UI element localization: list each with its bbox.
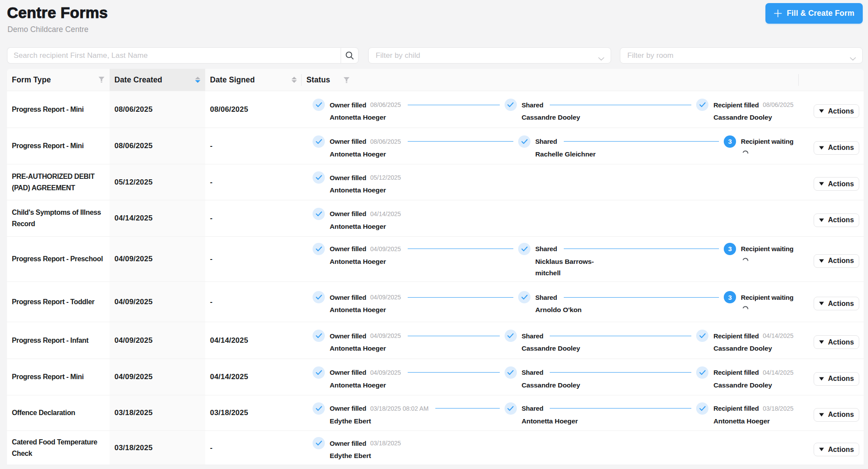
status-step-label: Recipient filled bbox=[713, 101, 759, 109]
cell-date-created: 04/14/2025 bbox=[110, 200, 205, 236]
actions-button[interactable]: Actions bbox=[814, 408, 859, 422]
actions-button[interactable]: Actions bbox=[814, 335, 859, 349]
status-step-texts: SharedNicklaus Barrows-mitchell bbox=[535, 243, 724, 279]
table-row: Progress Report - Mini 04/09/2025 04/14/… bbox=[7, 359, 864, 395]
table-row: Catered Food Temperature Check 03/18/202… bbox=[7, 431, 864, 465]
filter-by-child-placeholder: Filter by child bbox=[376, 51, 420, 60]
cell-date-signed: - bbox=[205, 128, 302, 164]
column-header-date-signed[interactable]: Date Signed bbox=[205, 69, 302, 91]
search-button[interactable] bbox=[341, 47, 359, 64]
check-circle-icon bbox=[313, 330, 325, 342]
column-header-date-signed-label: Date Signed bbox=[210, 75, 288, 85]
cell-form-type: Progress Report - Mini bbox=[7, 91, 110, 128]
column-header-form-type[interactable]: Form Type bbox=[7, 69, 110, 91]
status-step-done: Recipient filled08/06/2025Cassandre Dool… bbox=[696, 99, 793, 123]
cell-form-type: Progress Report - Preschool bbox=[7, 237, 110, 281]
status-step-texts: Owner filled04/09/2025Antonetta Hoeger bbox=[330, 366, 505, 391]
filter-icon[interactable] bbox=[343, 77, 350, 83]
status-step-date: 04/14/2025 bbox=[763, 369, 793, 376]
status-step-waiting: 3Recipient waiting bbox=[724, 291, 793, 316]
status-step-done: Recipient filled04/14/2025Cassandre Dool… bbox=[696, 366, 793, 391]
sort-icon[interactable] bbox=[292, 77, 297, 83]
filter-by-child-select[interactable]: Filter by child bbox=[368, 47, 611, 64]
waiting-count-badge: 3 bbox=[724, 135, 736, 148]
cell-form-type: Catered Food Temperature Check bbox=[7, 431, 110, 465]
status-step-date: 03/18/2025 bbox=[370, 440, 401, 447]
cell-status: Owner filled03/18/2025 08:02 AMEdythe Eb… bbox=[302, 395, 799, 430]
actions-button[interactable]: Actions bbox=[814, 372, 859, 386]
cell-actions: Actions bbox=[799, 359, 864, 395]
status-step-label: Owner filled bbox=[330, 138, 366, 145]
status-step-label: Owner filled bbox=[330, 101, 366, 109]
status-step-done: SharedAntonetta Hoeger bbox=[505, 402, 697, 427]
status-step-label: Owner filled bbox=[330, 210, 366, 217]
actions-button[interactable]: Actions bbox=[814, 104, 859, 118]
cell-date-created: 08/06/2025 bbox=[110, 128, 205, 164]
status-step-date: 04/09/2025 bbox=[370, 369, 401, 376]
search-input[interactable] bbox=[7, 47, 341, 64]
column-header-status[interactable]: Status bbox=[302, 69, 799, 91]
step-connector-line bbox=[408, 243, 514, 255]
cell-actions: Actions bbox=[799, 282, 864, 322]
cell-actions: Actions bbox=[799, 395, 864, 430]
actions-button[interactable]: Actions bbox=[814, 213, 859, 227]
filter-icon[interactable] bbox=[98, 77, 105, 83]
status-step-texts: Recipient filled04/14/2025Cassandre Dool… bbox=[713, 366, 793, 391]
filter-by-room-select[interactable]: Filter by room bbox=[620, 47, 863, 64]
check-circle-icon bbox=[696, 330, 708, 342]
step-connector-line bbox=[408, 366, 500, 379]
sort-icon-descend-active[interactable] bbox=[195, 77, 200, 83]
status-step-texts: Recipient filled04/14/2025Cassandre Dool… bbox=[713, 330, 793, 354]
table-row: PRE-AUTHORIZED DEBIT (PAD) AGREEMENT 05/… bbox=[7, 164, 864, 200]
forms-table: Form Type Date Created Date Signed bbox=[7, 69, 864, 465]
check-circle-icon bbox=[696, 366, 708, 379]
column-header-date-created[interactable]: Date Created bbox=[110, 69, 205, 91]
cell-date-created: 03/18/2025 bbox=[110, 395, 205, 430]
status-step-name: Antonetta Hoeger bbox=[330, 111, 395, 123]
cell-form-type: Progress Report - Mini bbox=[7, 128, 110, 164]
status-step-done: SharedCassandre Dooley bbox=[505, 366, 697, 391]
actions-button[interactable]: Actions bbox=[814, 141, 859, 155]
check-circle-icon bbox=[313, 208, 325, 220]
status-step-done: Owner filled04/09/2025Antonetta Hoeger bbox=[313, 330, 505, 354]
table-row: Progress Report - Infant 04/09/2025 04/1… bbox=[7, 322, 864, 359]
status-step-name: Cassandre Dooley bbox=[522, 111, 587, 123]
table-row: Progress Report - Toddler 04/09/2025 - O… bbox=[7, 282, 864, 322]
table-row: Progress Report - Preschool 04/09/2025 -… bbox=[7, 237, 864, 282]
actions-button[interactable]: Actions bbox=[814, 443, 859, 456]
cell-date-signed: - bbox=[205, 200, 302, 236]
status-step-texts: SharedCassandre Dooley bbox=[522, 330, 697, 354]
status-step-date: 08/06/2025 bbox=[370, 101, 401, 108]
loading-spinner-icon bbox=[742, 303, 793, 315]
status-step-date: 08/06/2025 bbox=[763, 101, 793, 108]
status-step-done: Recipient filled03/18/2025Antonetta Hoeg… bbox=[696, 402, 793, 427]
status-step-done: Owner filled04/14/2025Antonetta Hoeger bbox=[313, 208, 401, 232]
cell-status: Owner filled08/06/2025Antonetta HoegerSh… bbox=[302, 128, 799, 164]
status-step-name: Antonetta Hoeger bbox=[330, 342, 395, 354]
status-step-label: Owner filled bbox=[330, 174, 366, 181]
cell-form-type: Progress Report - Mini bbox=[7, 359, 110, 395]
caret-down-icon bbox=[819, 146, 824, 150]
status-step-texts: Owner filled03/18/2025Edythe Ebert bbox=[330, 437, 401, 462]
cell-form-type: Child's Symptoms of Illness Record bbox=[7, 200, 110, 236]
cell-status: Owner filled03/18/2025Edythe Ebert bbox=[302, 431, 799, 465]
status-step-date: 08/06/2025 bbox=[370, 138, 401, 145]
column-header-actions bbox=[799, 69, 864, 91]
step-connector-line bbox=[435, 402, 500, 415]
cell-date-created: 08/06/2025 bbox=[110, 91, 205, 128]
status-step-name: Antonetta Hoeger bbox=[713, 415, 779, 427]
status-step-done: Owner filled03/18/2025 08:02 AMEdythe Eb… bbox=[313, 402, 505, 427]
check-circle-icon bbox=[313, 171, 325, 184]
check-circle-icon bbox=[518, 135, 530, 148]
step-connector-line bbox=[550, 402, 691, 415]
status-step-label: Owner filled bbox=[330, 440, 366, 447]
status-step-name: Antonetta Hoeger bbox=[330, 255, 395, 267]
status-step-name: Arnoldo O'kon bbox=[535, 303, 601, 316]
actions-button[interactable]: Actions bbox=[814, 177, 859, 191]
step-connector-line bbox=[564, 135, 719, 148]
cell-date-created: 04/09/2025 bbox=[110, 282, 205, 322]
actions-button[interactable]: Actions bbox=[814, 254, 859, 268]
status-step-label: Owner filled bbox=[330, 332, 366, 340]
fill-create-form-button[interactable]: Fill & Create Form bbox=[765, 3, 863, 24]
actions-button[interactable]: Actions bbox=[814, 297, 859, 310]
